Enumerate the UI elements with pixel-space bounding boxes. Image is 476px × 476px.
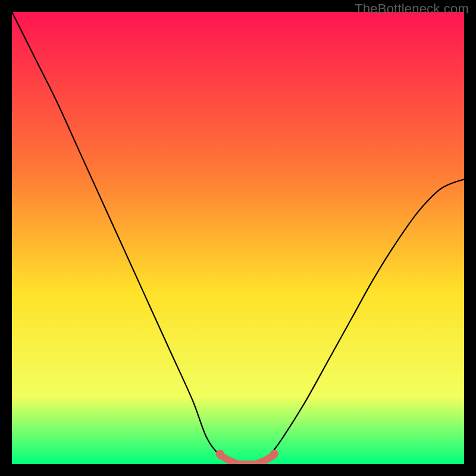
chart-frame: TheBottleneck.com bbox=[0, 0, 476, 476]
plot-area bbox=[12, 12, 464, 464]
gradient-background bbox=[12, 12, 464, 464]
watermark-text: TheBottleneck.com bbox=[355, 1, 469, 17]
optimal-range-endpoint bbox=[216, 450, 224, 458]
optimal-range-endpoint bbox=[270, 450, 278, 458]
bottleneck-chart bbox=[12, 12, 464, 464]
